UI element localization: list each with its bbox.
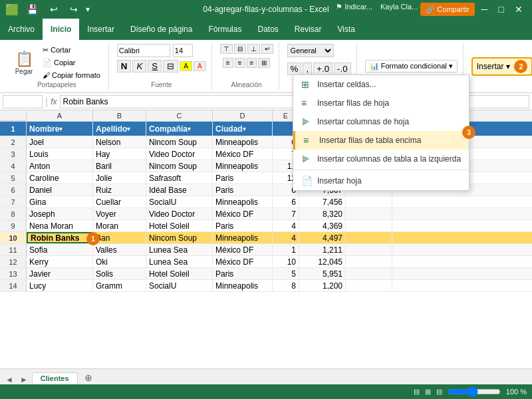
cell-b4[interactable]: Baril [93, 160, 146, 172]
pegar-btn[interactable]: 📋 Pegar [11, 48, 37, 78]
underline-btn[interactable]: S [148, 60, 162, 72]
cell-c7[interactable]: SocialU [146, 196, 213, 207]
cell-d11[interactable]: México DF [213, 244, 273, 255]
align-mid-btn[interactable]: ⊟ [234, 44, 246, 54]
view-layout-icon[interactable]: ⊞ [425, 388, 431, 396]
cell-f12[interactable]: 12,045 [299, 256, 346, 267]
cell-b9[interactable]: Moran [93, 220, 146, 231]
cell-f14[interactable]: 1,200 [299, 280, 346, 291]
dropdown-insertar-filas-tabla[interactable]: ≡ Insertar filas de tabla encima 3 [293, 131, 469, 150]
cell-d8[interactable]: México DF [213, 208, 273, 219]
cell-e7[interactable]: 6 [273, 196, 299, 207]
cell-a11[interactable]: Sofia [27, 244, 93, 255]
font-size-input[interactable] [173, 44, 193, 57]
row-num-1[interactable]: 1 [0, 122, 27, 136]
cell-b13[interactable]: Solis [93, 268, 146, 279]
cell-b11[interactable]: Valles [93, 244, 146, 255]
tab-inicio[interactable]: Inicio [43, 19, 79, 40]
cell-a10[interactable]: Robin Banks 1 [27, 232, 93, 243]
add-sheet-btn[interactable]: ⊕ [79, 371, 98, 384]
cell-g9[interactable] [346, 220, 392, 231]
bold-btn[interactable]: N [117, 60, 132, 72]
row-num-14[interactable]: 14 [0, 280, 27, 292]
cell-e9[interactable]: 4 [273, 220, 299, 231]
maximize-btn[interactable]: □ [495, 3, 508, 16]
cell-reference-input[interactable]: A10 [3, 95, 43, 108]
dropdown-insertar-columnas-tabla[interactable]: ⫸ Insertar columnas de tabla a la izquie… [293, 150, 469, 168]
scroll-left-btn[interactable]: ◄ [3, 375, 16, 384]
table-row[interactable]: Joseph Voyer Video Doctor México DF 7 8,… [27, 208, 532, 220]
table-row[interactable]: Gina Cuellar SocialU Minneapolis 6 7,456 [27, 196, 532, 208]
cell-c6[interactable]: Idéal Base [146, 184, 213, 196]
dec-inc-btn[interactable]: +.0 [313, 63, 332, 75]
italic-btn[interactable]: K [132, 60, 146, 72]
cell-d10[interactable]: Minneapolis [213, 232, 273, 243]
table-row[interactable]: Sofia Valles Lunea Sea México DF 1 1,211 [27, 244, 532, 256]
percent-btn[interactable]: % [287, 63, 302, 75]
cell-a5[interactable]: Caroline [27, 172, 93, 184]
cell-a6[interactable]: Daniel [27, 184, 93, 196]
table-row[interactable]: Javier Solis Hotel Soleil Paris 5 5,951 [27, 268, 532, 280]
dropdown-insertar-filas-hoja[interactable]: ≡ Insertar filas de hoja [293, 94, 469, 112]
align-bot-btn[interactable]: ⊥ [247, 44, 260, 54]
cell-g14[interactable] [346, 280, 392, 291]
cell-e11[interactable]: 1 [273, 244, 299, 255]
dec-dec-btn[interactable]: -.0 [334, 63, 351, 75]
font-color-btn[interactable]: A [194, 61, 206, 71]
formato-condicional-btn[interactable]: 📊 Formato condicional ▾ [365, 60, 458, 72]
cell-g11[interactable] [346, 244, 392, 255]
table-row[interactable]: Kerry Oki Lunea Sea México DF 10 12,045 [27, 256, 532, 268]
cell-a14[interactable]: Lucy [27, 280, 93, 291]
col-header-b[interactable]: B [93, 110, 146, 121]
cell-c8[interactable]: Video Doctor [146, 208, 213, 219]
cell-d4[interactable]: Minneapolis [213, 160, 273, 172]
dropdown-insertar-celdas[interactable]: ⊞ Insertar celdas... [293, 75, 469, 94]
cell-a4[interactable]: Anton [27, 160, 93, 172]
cell-c5[interactable]: Safrasoft [146, 172, 213, 184]
align-left-btn[interactable]: ≡ [223, 58, 233, 68]
cell-d13[interactable]: Paris [213, 268, 273, 279]
view-page-icon[interactable]: ⊟ [436, 388, 442, 396]
row-num-3[interactable]: 3 [0, 148, 27, 160]
cell-c9[interactable]: Hotel Soleil [146, 220, 213, 231]
row-num-9[interactable]: 9 [0, 220, 27, 232]
cell-c3[interactable]: Video Doctor [146, 148, 213, 160]
number-format-select[interactable]: General [287, 44, 334, 57]
cell-a8[interactable]: Joseph [27, 208, 93, 219]
scroll-right-btn[interactable]: ► [17, 375, 31, 384]
minimize-btn[interactable]: ─ [477, 3, 492, 16]
row-num-6[interactable]: 6 [0, 184, 27, 196]
table-row[interactable]: Lucy Gramm SocialU Minneapolis 8 1,200 [27, 280, 532, 292]
tab-datos[interactable]: Datos [249, 19, 286, 40]
cell-a9[interactable]: Nena Moran [27, 220, 93, 231]
tab-insertar[interactable]: Insertar [79, 19, 122, 40]
border-btn[interactable]: ⊟ [163, 60, 178, 72]
wrap-text-btn[interactable]: ↵ [261, 44, 273, 54]
col-header-d[interactable]: D [213, 110, 273, 121]
cell-g13[interactable] [346, 268, 392, 279]
cell-b14[interactable]: Gramm [93, 280, 146, 291]
cell-e13[interactable]: 5 [273, 268, 299, 279]
cell-b12[interactable]: Oki [93, 256, 146, 267]
cell-c11[interactable]: Lunea Sea [146, 244, 213, 255]
cell-a7[interactable]: Gina [27, 196, 93, 207]
cell-a3[interactable]: Louis [27, 148, 93, 160]
cell-d14[interactable]: Minneapolis [213, 280, 273, 291]
insertar-dropdown-btn[interactable]: Insertar ▾ 2 [471, 57, 532, 76]
cell-c2[interactable]: Nincom Soup [146, 136, 213, 148]
copiar-btn[interactable]: 📄 Copiar [40, 57, 103, 68]
dropdown-insertar-columnas-hoja[interactable]: ⫸ Insertar columnas de hoja [293, 112, 469, 131]
cell-e14[interactable]: 8 [273, 280, 299, 291]
cell-g8[interactable] [346, 208, 392, 219]
cell-f13[interactable]: 5,951 [299, 268, 346, 279]
tab-formulas[interactable]: Fórmulas [200, 19, 249, 40]
cell-d5[interactable]: Paris [213, 172, 273, 184]
cell-b3[interactable]: Hay [93, 148, 146, 160]
row-num-8[interactable]: 8 [0, 208, 27, 220]
align-center-btn[interactable]: ≡ [235, 58, 245, 68]
comma-btn[interactable]: , [303, 63, 312, 75]
cell-a13[interactable]: Javier [27, 268, 93, 279]
table-row[interactable]: Nena Moran Moran Hotel Soleil Paris 4 4,… [27, 220, 532, 232]
cell-d6[interactable]: Paris [213, 184, 273, 196]
cell-f8[interactable]: 8,320 [299, 208, 346, 219]
